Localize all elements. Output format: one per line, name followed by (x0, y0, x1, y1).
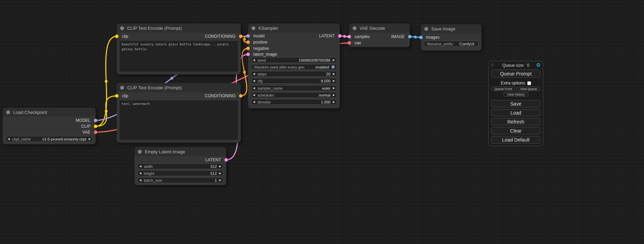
widget-height[interactable]: ◀ height 512 ▶ (137, 170, 223, 176)
node-title-bar[interactable]: CLIP Text Encode (Prompt) (117, 83, 241, 92)
widget-scheduler[interactable]: ◀ scheduler normal ▶ (251, 92, 337, 98)
widget-denoise[interactable]: ◀ denoise 1.000 ▶ (251, 99, 337, 105)
input-port-model[interactable] (246, 34, 250, 38)
output-port-conditioning[interactable] (239, 35, 242, 38)
widget-label: denoise (257, 100, 321, 104)
node-title-bar[interactable]: Save Image (421, 24, 482, 33)
toggle-dot-icon[interactable] (332, 65, 335, 69)
output-label-vae: VAE (82, 130, 90, 135)
widget-random-seed-toggle[interactable]: Random seed after every gen enabled (251, 64, 337, 70)
queue-panel[interactable]: ⠿ Queue size: 0 ⚙ Queue Prompt Extra opt… (488, 61, 543, 146)
settings-gear-icon[interactable]: ⚙ (536, 62, 541, 68)
node-graph-canvas[interactable]: Load Checkpoint MODEL CLIP VAE ◀ ckpt_na… (0, 0, 644, 244)
prompt-textarea[interactable]: text, watermark (120, 100, 238, 140)
output-port-vae[interactable] (94, 130, 97, 134)
next-arrow-icon[interactable]: ▶ (219, 179, 221, 182)
prev-arrow-icon[interactable]: ◀ (253, 87, 255, 90)
refresh-button[interactable]: Refresh (491, 118, 540, 125)
next-arrow-icon[interactable]: ▶ (89, 138, 91, 141)
node-load-checkpoint[interactable]: Load Checkpoint MODEL CLIP VAE ◀ ckpt_na… (3, 108, 96, 144)
widget-batch-size[interactable]: ◀ batch_size 1 ▶ (137, 177, 223, 183)
prev-arrow-icon[interactable]: ◀ (8, 138, 10, 141)
widget-cfg[interactable]: ◀ cfg 8.000 ▶ (251, 78, 337, 84)
next-arrow-icon[interactable]: ▶ (333, 59, 335, 62)
link-dot-clip-negative[interactable] (105, 110, 108, 112)
link-dot-image[interactable] (414, 36, 417, 38)
clear-button[interactable]: Clear (491, 127, 540, 134)
prompt-textarea[interactable]: beautiful scenery nature glass bottle la… (120, 41, 238, 72)
widget-value: 512 (210, 171, 217, 175)
prev-arrow-icon[interactable]: ◀ (253, 73, 255, 75)
prev-arrow-icon[interactable]: ◀ (139, 165, 141, 168)
link-dot-negative[interactable] (243, 71, 246, 74)
view-queue-button[interactable]: View Queue (517, 87, 540, 91)
next-arrow-icon[interactable]: ▶ (219, 165, 221, 168)
node-vae-decode[interactable]: VAE Decode samples vae IMAGE (349, 24, 410, 47)
node-save-image[interactable]: Save Image images filename_prefix ComfyU… (421, 24, 482, 51)
node-title-bar[interactable]: Load Checkpoint (3, 108, 96, 117)
link-dot-clip-positive[interactable] (105, 80, 108, 83)
input-port-clip[interactable] (115, 35, 118, 38)
node-title-bar[interactable]: VAE Decode (349, 24, 410, 33)
output-port-latent[interactable] (224, 158, 228, 162)
node-title-bar[interactable]: CLIP Text Encode (Prompt) (117, 24, 241, 33)
input-port-positive[interactable] (246, 40, 250, 44)
queue-size-label: Queue size: (502, 63, 524, 68)
collapse-dot-icon[interactable] (6, 110, 10, 114)
output-port-image[interactable] (408, 35, 412, 38)
prev-arrow-icon[interactable]: ◀ (253, 94, 255, 97)
queue-front-button[interactable]: Queue Front (491, 87, 515, 91)
link-dot-model[interactable] (170, 77, 173, 80)
load-default-button[interactable]: Load Default (491, 136, 540, 144)
node-title-bar[interactable]: Empty Latent Image (134, 147, 226, 156)
input-port-latent-image[interactable] (246, 53, 250, 56)
view-history-button[interactable]: View History (503, 92, 528, 97)
output-label-image: IMAGE (391, 34, 405, 39)
node-title-bar[interactable]: KSampler (248, 24, 340, 33)
link-dot-latent-ksampler[interactable] (343, 35, 346, 38)
widget-steps[interactable]: ◀ steps 20 ▶ (251, 71, 337, 77)
prev-arrow-icon[interactable]: ◀ (253, 80, 255, 82)
collapse-dot-icon[interactable] (120, 86, 124, 90)
next-arrow-icon[interactable]: ▶ (333, 87, 335, 90)
input-port-clip[interactable] (115, 94, 118, 98)
extra-options-checkbox[interactable] (527, 81, 531, 85)
input-port-negative[interactable] (246, 47, 250, 50)
prev-arrow-icon[interactable]: ◀ (139, 179, 141, 182)
output-port-clip[interactable] (94, 125, 97, 128)
extra-options-row: Extra options (489, 81, 543, 85)
node-clip-text-encode-negative[interactable]: CLIP Text Encode (Prompt) clip CONDITION… (117, 83, 241, 143)
link-dot-positive[interactable] (243, 38, 246, 41)
save-button[interactable]: Save (491, 100, 540, 107)
input-port-samples[interactable] (347, 35, 351, 38)
widget-width[interactable]: ◀ width 512 ▶ (137, 163, 223, 169)
input-port-vae[interactable] (347, 41, 351, 45)
node-ksampler[interactable]: KSampler model positive negative latent_… (248, 24, 340, 108)
widget-sampler-name[interactable]: ◀ sampler_name euler ▶ (251, 85, 337, 91)
next-arrow-icon[interactable]: ▶ (333, 80, 335, 82)
collapse-dot-icon[interactable] (353, 26, 356, 30)
queue-prompt-button[interactable]: Queue Prompt (491, 70, 540, 78)
collapse-dot-icon[interactable] (424, 27, 428, 31)
widget-value: euler (322, 86, 330, 90)
widget-ckpt-name[interactable]: ◀ ckpt_name v1-5-pruned-emaonly.ckpt ▶ (6, 136, 93, 142)
output-port-latent[interactable] (338, 34, 342, 38)
node-clip-text-encode-positive[interactable]: CLIP Text Encode (Prompt) clip CONDITION… (117, 24, 241, 74)
collapse-dot-icon[interactable] (252, 26, 255, 30)
node-empty-latent-image[interactable]: Empty Latent Image LATENT ◀ width 512 ▶ … (134, 147, 226, 185)
widget-filename-prefix[interactable]: filename_prefix ComfyUI (424, 41, 479, 47)
widget-seed[interactable]: ◀ seed 156680208700286 ▶ (251, 57, 337, 63)
collapse-dot-icon[interactable] (138, 150, 142, 154)
prev-arrow-icon[interactable]: ◀ (253, 101, 255, 103)
output-port-model[interactable] (94, 119, 97, 122)
prev-arrow-icon[interactable]: ◀ (139, 172, 141, 175)
next-arrow-icon[interactable]: ▶ (333, 73, 335, 75)
prev-arrow-icon[interactable]: ◀ (253, 59, 255, 62)
output-port-conditioning[interactable] (239, 94, 242, 98)
load-button[interactable]: Load (491, 109, 540, 116)
next-arrow-icon[interactable]: ▶ (333, 94, 335, 97)
collapse-dot-icon[interactable] (120, 26, 124, 30)
input-port-images[interactable] (419, 36, 423, 39)
next-arrow-icon[interactable]: ▶ (333, 101, 335, 103)
next-arrow-icon[interactable]: ▶ (219, 172, 221, 175)
